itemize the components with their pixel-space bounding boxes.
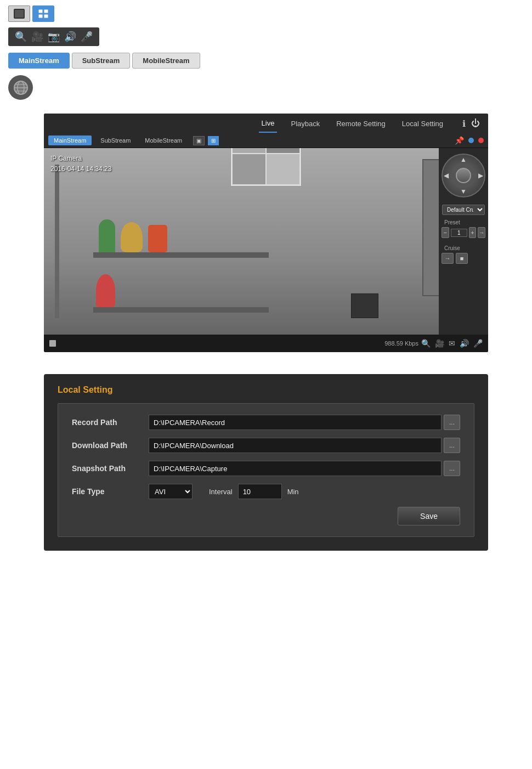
- record-icon[interactable]: 🎥: [31, 31, 43, 43]
- nav-live[interactable]: Live: [259, 115, 278, 133]
- ptz-right[interactable]: ▶: [478, 172, 483, 179]
- shelf-middle: [93, 252, 269, 258]
- filetype-label: File Type: [72, 487, 143, 496]
- svg-rect-4: [44, 14, 48, 18]
- camera-panel: Live Playback Remote Setting Local Setti…: [44, 114, 488, 352]
- filetype-select[interactable]: AVI MP4: [149, 484, 193, 499]
- tab-mobilestream[interactable]: MobileStream: [132, 53, 200, 69]
- test-chart: [230, 148, 302, 186]
- camera-bottom-bar: 988.59 Kbps 🔍 🎥 ✉ 🔊 🎤: [44, 335, 488, 352]
- snapshot-path-browse[interactable]: ...: [444, 461, 460, 476]
- snapshot-path-row: Snapshot Path ...: [72, 461, 460, 476]
- status-dot-blue: [468, 138, 474, 143]
- single-view-button[interactable]: [8, 5, 30, 22]
- multi-view-button[interactable]: [32, 5, 54, 22]
- microphone-icon[interactable]: 🎤: [81, 31, 93, 43]
- ptz-cruise-play[interactable]: →: [442, 253, 454, 264]
- nav-local-setting[interactable]: Local Setting: [399, 115, 446, 132]
- download-path-input[interactable]: [149, 438, 442, 453]
- shelf-bottom: [93, 307, 269, 313]
- tab-mainstream[interactable]: MainStream: [8, 53, 70, 69]
- camera-globe-button[interactable]: [8, 75, 33, 100]
- tab-substream[interactable]: SubStream: [72, 53, 131, 69]
- download-path-input-wrap: ...: [149, 438, 460, 453]
- ptz-preset-controls: − + →: [442, 227, 485, 238]
- local-setting-panel: Local Setting Record Path ... Download P…: [44, 374, 488, 551]
- box: [351, 293, 378, 318]
- ptz-center-btn[interactable]: [456, 168, 471, 183]
- toy-1: [99, 219, 115, 252]
- ptz-down[interactable]: ▼: [460, 188, 467, 195]
- record-path-row: Record Path ...: [72, 415, 460, 430]
- ptz-up[interactable]: ▲: [460, 156, 467, 163]
- sub-tab-mainstream[interactable]: MainStream: [48, 135, 92, 145]
- ptz-preset-label: Preset: [444, 219, 485, 225]
- download-path-row: Download Path ...: [72, 438, 460, 453]
- ptz-cruise-select[interactable]: Default Cruise: [442, 205, 485, 215]
- save-button[interactable]: Save: [398, 507, 460, 525]
- light-stand: [55, 165, 59, 318]
- bitrate-display: 988.59 Kbps: [384, 340, 418, 347]
- ptz-preset-section: Preset − + →: [442, 219, 485, 238]
- bottom-record-icon[interactable]: 🎥: [435, 339, 444, 348]
- search-icon[interactable]: 🔍: [15, 31, 27, 43]
- interval-label: Interval: [209, 488, 233, 496]
- record-path-input-wrap: ...: [149, 415, 460, 430]
- stop-button[interactable]: [49, 340, 56, 347]
- svg-rect-0: [14, 9, 24, 18]
- ptz-wheel[interactable]: ▲ ▼ ◀ ▶: [442, 154, 485, 197]
- camera-view-container: IP Camera 2016-04-14 14:34:23 ▲ ▼ ◀ ▶ De…: [44, 148, 488, 335]
- top-icon-group: ℹ ⏻: [462, 118, 480, 129]
- camera-nav-bar: Live Playback Remote Setting Local Setti…: [44, 114, 488, 133]
- camera-sub-bar: MainStream SubStream MobileStream ▣ ⊞ 📌: [44, 133, 488, 148]
- status-dot-red: [478, 138, 484, 143]
- snapshot-path-input-wrap: ...: [149, 461, 460, 476]
- bottom-mic-icon[interactable]: 🎤: [473, 339, 483, 348]
- sub-tab-mobilestream[interactable]: MobileStream: [139, 135, 188, 145]
- ptz-cruise-label: Cruise: [444, 245, 485, 251]
- camera-timestamp: 2016-04-14 14:34:23: [50, 164, 111, 174]
- ptz-panel: ▲ ▼ ◀ ▶ Default Cruise Preset − + →: [439, 148, 488, 335]
- toy-3: [148, 225, 167, 252]
- sub-tab-substream[interactable]: SubStream: [95, 135, 136, 145]
- camera-overlay: IP Camera 2016-04-14 14:34:23: [50, 154, 111, 174]
- power-icon[interactable]: ⏻: [471, 118, 480, 129]
- pin-icon[interactable]: 📌: [455, 136, 464, 145]
- snapshot-icon[interactable]: 📷: [48, 31, 60, 43]
- camera-live-view: IP Camera 2016-04-14 14:34:23: [44, 148, 488, 335]
- save-row: Save: [72, 507, 460, 525]
- nav-remote-setting[interactable]: Remote Setting: [333, 115, 388, 132]
- bottom-icon-bar: 🔍 🎥 ✉ 🔊 🎤: [421, 339, 483, 348]
- filetype-row: File Type AVI MP4 Interval Min: [72, 484, 460, 499]
- ptz-cruise-section: Cruise → ■: [442, 245, 485, 264]
- bottom-search-icon[interactable]: 🔍: [421, 339, 431, 348]
- svg-rect-2: [44, 9, 48, 13]
- ptz-preset-minus[interactable]: −: [442, 227, 449, 238]
- interval-input[interactable]: [238, 484, 282, 499]
- ptz-preset-value[interactable]: [451, 229, 467, 237]
- download-path-browse[interactable]: ...: [444, 438, 460, 453]
- ptz-preset-go[interactable]: →: [478, 227, 485, 238]
- bottom-snapshot-icon[interactable]: ✉: [449, 339, 455, 348]
- volume-icon[interactable]: 🔊: [64, 31, 76, 43]
- local-setting-title: Local Setting: [58, 385, 474, 395]
- view-toggle-bar: [8, 5, 524, 22]
- info-icon[interactable]: ℹ: [462, 118, 466, 129]
- ptz-cruise-stop[interactable]: ■: [456, 253, 468, 264]
- nav-playback[interactable]: Playback: [288, 115, 322, 132]
- scene-background: [44, 148, 488, 335]
- svg-rect-3: [38, 14, 43, 18]
- local-setting-form: Record Path ... Download Path ... Snapsh…: [58, 403, 474, 537]
- ptz-cruise-controls: → ■: [442, 253, 485, 264]
- camera-name: IP Camera: [50, 154, 111, 164]
- download-path-label: Download Path: [72, 441, 143, 450]
- grid-multi-icon[interactable]: ⊞: [208, 136, 219, 145]
- bottom-volume-icon[interactable]: 🔊: [460, 339, 469, 348]
- shelf-unit: [93, 219, 269, 313]
- ptz-left[interactable]: ◀: [444, 172, 449, 179]
- grid-single-icon[interactable]: ▣: [193, 136, 205, 145]
- record-path-browse[interactable]: ...: [444, 415, 460, 430]
- record-path-input[interactable]: [149, 415, 442, 430]
- ptz-preset-plus[interactable]: +: [469, 227, 477, 238]
- snapshot-path-input[interactable]: [149, 461, 442, 476]
